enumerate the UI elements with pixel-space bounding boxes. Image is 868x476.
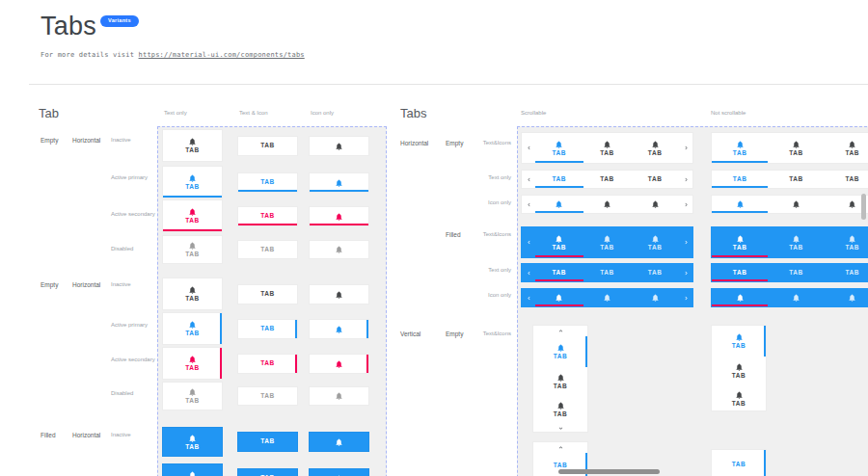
- tab-item[interactable]: TAB: [768, 171, 824, 188]
- tab-cell-disabled[interactable]: TAB: [162, 382, 223, 410]
- tab-item[interactable]: TAB: [583, 171, 632, 188]
- tab-cell-active-secondary[interactable]: TAB: [237, 206, 298, 226]
- tab-label: TAB: [845, 270, 859, 277]
- rgroup3-orientation-label: Vertical: [400, 331, 420, 337]
- tab-item-active[interactable]: TAB: [535, 227, 583, 257]
- group1-fill-label: Empty: [41, 137, 58, 144]
- column-header-icon-only: Icon only: [311, 110, 334, 116]
- scroll-left-button[interactable]: [522, 171, 535, 188]
- tab-item[interactable]: TAB: [825, 227, 868, 257]
- vertical-scrollbar-thumb[interactable]: [861, 194, 866, 220]
- tab-cell-inactive[interactable]: TAB: [162, 129, 223, 162]
- tab-cell-disabled[interactable]: TAB: [237, 240, 298, 259]
- tab-item-active[interactable]: TAB: [535, 264, 583, 281]
- tab-item[interactable]: TAB: [631, 227, 679, 257]
- tab-item-active[interactable]: TAB: [712, 227, 768, 257]
- tab-item-active[interactable]: TAB: [712, 133, 768, 163]
- tab-cell-active-secondary[interactable]: [309, 206, 369, 226]
- tab-item[interactable]: TAB: [583, 133, 632, 163]
- tab-cell-filled[interactable]: [309, 468, 369, 476]
- tab-cell-active-primary[interactable]: [309, 319, 369, 339]
- scroll-right-button[interactable]: [679, 196, 692, 213]
- tab-cell-active-secondary[interactable]: TAB: [237, 354, 298, 374]
- tab-item[interactable]: [825, 289, 868, 306]
- tab-cell-filled[interactable]: TAB: [237, 468, 298, 476]
- tab-cell-filled[interactable]: TAB: [237, 432, 298, 452]
- tab-item-active[interactable]: [535, 196, 583, 213]
- tab-cell-filled[interactable]: TAB: [162, 427, 223, 457]
- tab-item-active[interactable]: TAB: [535, 133, 583, 163]
- tab-cell-inactive[interactable]: TAB: [162, 278, 223, 310]
- material-ui-link[interactable]: https://material-ui.com/components/tabs: [139, 51, 305, 59]
- tab-item-active[interactable]: TAB: [533, 336, 587, 367]
- scroll-right-button[interactable]: [679, 171, 692, 188]
- tab-item[interactable]: TAB: [825, 133, 868, 163]
- tab-item[interactable]: TAB: [631, 171, 679, 188]
- tab-item-active[interactable]: TAB: [712, 171, 768, 188]
- tab-item[interactable]: TAB: [533, 367, 587, 395]
- tab-cell-disabled[interactable]: [309, 240, 369, 259]
- tab-item[interactable]: TAB: [825, 264, 868, 281]
- tab-cell-inactive[interactable]: TAB: [237, 284, 298, 304]
- tab-item[interactable]: TAB: [583, 264, 632, 281]
- tab-item[interactable]: TAB: [533, 395, 587, 423]
- tab-item[interactable]: TAB: [768, 227, 824, 257]
- tab-cell-filled[interactable]: TAB: [162, 463, 223, 476]
- tab-item[interactable]: [583, 196, 632, 213]
- tab-item[interactable]: TAB: [583, 227, 632, 257]
- tab-item[interactable]: TAB: [631, 264, 679, 281]
- tab-item-active[interactable]: TAB: [712, 264, 768, 281]
- scroll-left-button[interactable]: [522, 264, 535, 281]
- scroll-down-button[interactable]: [533, 423, 587, 434]
- tab-item[interactable]: [583, 289, 632, 306]
- scroll-up-button[interactable]: [533, 442, 587, 453]
- tab-item-active[interactable]: TAB: [712, 326, 766, 357]
- tab-item[interactable]: TAB: [631, 133, 679, 163]
- tab-item-active[interactable]: TAB: [712, 450, 766, 476]
- tab-cell-active-primary[interactable]: TAB: [162, 166, 223, 198]
- tab-item[interactable]: TAB: [712, 384, 766, 412]
- tab-cell-filled[interactable]: [309, 432, 369, 452]
- tab-item[interactable]: TAB: [712, 357, 766, 384]
- scroll-right-button[interactable]: [679, 289, 692, 306]
- tab-item-active[interactable]: TAB: [535, 171, 583, 188]
- scroll-left-button[interactable]: [522, 289, 535, 306]
- tab-item[interactable]: [768, 196, 824, 213]
- tab-item[interactable]: [768, 289, 824, 306]
- bell-icon: [335, 142, 343, 151]
- tab-item[interactable]: TAB: [768, 264, 824, 281]
- tab-cell-active-secondary[interactable]: [309, 354, 369, 374]
- tab-cell-active-primary[interactable]: TAB: [162, 312, 223, 345]
- chevron-down-icon: [557, 425, 564, 432]
- tab-label: TAB: [260, 179, 275, 186]
- tab-item[interactable]: [631, 289, 679, 306]
- chevron-left-icon: [526, 145, 532, 151]
- tab-item-active[interactable]: [712, 289, 768, 306]
- tab-cell-active-primary[interactable]: TAB: [237, 319, 298, 339]
- scrollable-filled-tabs-bar: TAB TAB TAB: [521, 263, 693, 282]
- scroll-left-button[interactable]: [522, 196, 535, 213]
- scroll-up-button[interactable]: [533, 326, 587, 336]
- tab-cell-disabled[interactable]: [309, 386, 369, 406]
- tab-cell-active-primary[interactable]: [309, 172, 369, 193]
- tab-cell-active-primary[interactable]: TAB: [237, 172, 298, 193]
- tab-item-active[interactable]: [712, 196, 768, 213]
- tab-item[interactable]: TAB: [825, 171, 868, 188]
- tab-item[interactable]: [631, 196, 679, 213]
- scroll-right-button[interactable]: [679, 133, 692, 163]
- tab-cell-disabled[interactable]: TAB: [162, 235, 223, 264]
- tab-cell-active-secondary[interactable]: TAB: [162, 199, 223, 232]
- tab-cell-inactive[interactable]: [309, 284, 369, 304]
- tab-cell-disabled[interactable]: TAB: [237, 386, 298, 406]
- scroll-left-button[interactable]: [522, 133, 535, 163]
- tab-cell-inactive[interactable]: [309, 136, 369, 156]
- scroll-left-button[interactable]: [522, 227, 535, 257]
- tab-item-active[interactable]: [535, 289, 583, 306]
- scroll-right-button[interactable]: [679, 264, 692, 281]
- tab-cell-active-secondary[interactable]: TAB: [162, 347, 223, 380]
- tab-item[interactable]: TAB: [768, 133, 824, 163]
- tab-cell-inactive[interactable]: TAB: [237, 136, 298, 156]
- scroll-right-button[interactable]: [679, 227, 692, 257]
- horizontal-scrollbar-thumb[interactable]: [558, 469, 660, 474]
- tab-label: TAB: [733, 270, 747, 277]
